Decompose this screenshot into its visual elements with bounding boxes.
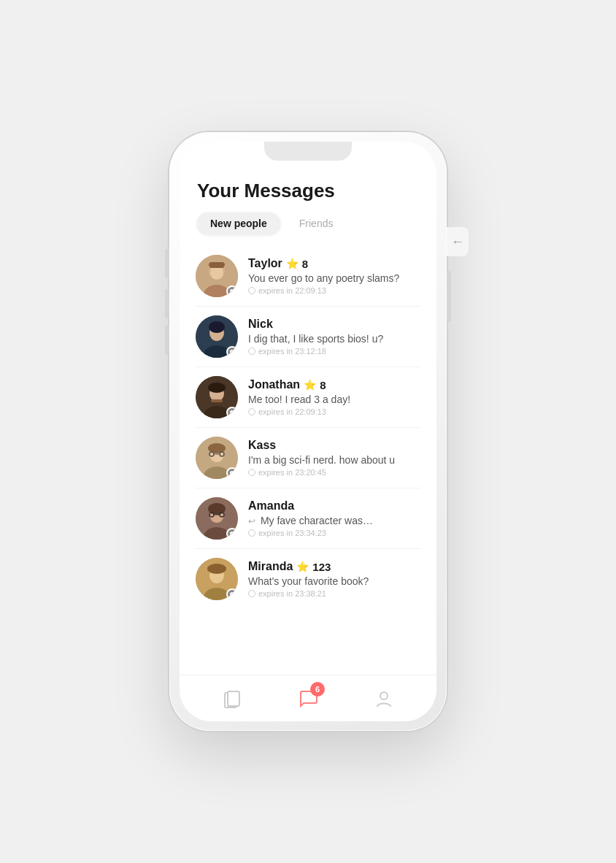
avatar-clock-kass bbox=[226, 467, 238, 479]
clock-icon bbox=[248, 348, 255, 355]
message-name-amanda: Amanda bbox=[248, 499, 294, 513]
message-expires-miranda: expires in 23:38:21 bbox=[248, 589, 420, 598]
notch bbox=[264, 142, 352, 161]
message-name-nick: Nick bbox=[248, 318, 273, 331]
message-expires-taylor: expires in 22:09:13 bbox=[248, 286, 420, 295]
star-icon-miranda: ⭐ bbox=[296, 561, 309, 572]
message-body-miranda: Miranda ⭐ 123 What's your favorite book?… bbox=[248, 560, 420, 598]
avatar-clock-amanda bbox=[226, 528, 238, 540]
clock-icon bbox=[248, 469, 255, 476]
avatar bbox=[196, 437, 238, 479]
message-body-taylor: Taylor ⭐ 8 You ever go to any poetry sla… bbox=[248, 257, 420, 295]
tab-friends[interactable]: Friends bbox=[286, 212, 347, 234]
page-title: Your Messages bbox=[197, 180, 419, 202]
nav-item-messages[interactable]: 6 bbox=[290, 680, 326, 717]
tabs: New people Friends bbox=[197, 212, 419, 234]
star-icon-taylor: ⭐ bbox=[286, 258, 299, 269]
svg-point-14 bbox=[208, 383, 226, 393]
clock-icon bbox=[248, 590, 255, 597]
cards-icon bbox=[223, 689, 242, 708]
message-expires-amanda: expires in 23:34:23 bbox=[248, 529, 420, 537]
message-name-miranda: Miranda bbox=[248, 560, 293, 573]
message-preview-nick: I dig that, I like sports bios! u? bbox=[248, 333, 420, 345]
avatar bbox=[196, 255, 238, 297]
message-body-kass: Kass I'm a big sci-fi nerd. how about u … bbox=[248, 439, 420, 477]
svg-point-10 bbox=[209, 321, 225, 333]
message-expires-kass: expires in 23:20:45 bbox=[248, 468, 420, 477]
message-preview-kass: I'm a big sci-fi nerd. how about u bbox=[248, 454, 420, 466]
screen-content: Your Messages New people Friends bbox=[180, 142, 436, 721]
avatar-clock-miranda bbox=[226, 588, 238, 600]
message-preview-amanda: ↩ My fave character was… bbox=[248, 515, 420, 526]
clock-icon bbox=[248, 529, 255, 537]
nav-item-cards[interactable] bbox=[214, 680, 250, 717]
tab-new-people[interactable]: New people bbox=[197, 212, 280, 234]
message-preview-miranda: What's your favorite book? bbox=[248, 575, 420, 587]
avatar bbox=[196, 376, 238, 418]
message-expires-nick: expires in 23:12:18 bbox=[248, 347, 420, 356]
nav-badge-messages: 6 bbox=[310, 682, 325, 697]
message-body-nick: Nick I dig that, I like sports bios! u? … bbox=[248, 318, 420, 356]
back-arrow-icon: ← bbox=[451, 234, 464, 250]
list-item[interactable]: Jonathan ⭐ 8 Me too! I read 3 a day! exp… bbox=[185, 367, 431, 427]
svg-rect-4 bbox=[209, 262, 225, 268]
reply-icon: ↩ bbox=[248, 516, 255, 526]
header: Your Messages New people Friends bbox=[180, 168, 436, 246]
avatar bbox=[196, 497, 238, 540]
message-body-amanda: Amanda ↩ My fave character was… expires … bbox=[248, 499, 420, 537]
nav-item-profile[interactable] bbox=[366, 680, 402, 717]
message-preview-taylor: You ever go to any poetry slams? bbox=[248, 272, 420, 284]
svg-point-36 bbox=[380, 692, 388, 699]
message-score-miranda: 123 bbox=[312, 561, 331, 573]
message-expires-jonathan: expires in 22:09:13 bbox=[248, 407, 420, 416]
list-item[interactable]: Kass I'm a big sci-fi nerd. how about u … bbox=[185, 428, 431, 488]
message-name-jonathan: Jonathan bbox=[248, 378, 300, 391]
phone-screen: Your Messages New people Friends bbox=[180, 142, 436, 721]
list-item[interactable]: Nick I dig that, I like sports bios! u? … bbox=[185, 307, 431, 367]
avatar-clock-jonathan bbox=[226, 407, 238, 418]
profile-icon bbox=[374, 689, 393, 708]
list-item[interactable]: Amanda ↩ My fave character was… expires … bbox=[185, 488, 431, 548]
avatar-clock-taylor bbox=[226, 285, 238, 297]
phone-outer: Your Messages New people Friends bbox=[169, 132, 447, 731]
clock-icon bbox=[248, 287, 255, 294]
message-name-taylor: Taylor bbox=[248, 257, 282, 270]
svg-rect-15 bbox=[211, 399, 223, 402]
list-item[interactable]: Miranda ⭐ 123 What's your favorite book?… bbox=[185, 549, 431, 609]
avatar-clock-nick bbox=[226, 346, 238, 358]
phone-wrapper: Your Messages New people Friends bbox=[155, 118, 461, 745]
avatar bbox=[196, 558, 238, 600]
message-name-kass: Kass bbox=[248, 439, 276, 452]
svg-point-33 bbox=[207, 564, 226, 574]
avatar bbox=[196, 315, 238, 358]
svg-rect-35 bbox=[228, 691, 239, 706]
message-body-jonathan: Jonathan ⭐ 8 Me too! I read 3 a day! exp… bbox=[248, 378, 420, 416]
message-score-jonathan: 8 bbox=[320, 379, 326, 391]
list-item[interactable]: Taylor ⭐ 8 You ever go to any poetry sla… bbox=[185, 246, 431, 306]
bottom-nav: 6 bbox=[180, 675, 436, 721]
message-score-taylor: 8 bbox=[302, 258, 308, 270]
messages-list[interactable]: Taylor ⭐ 8 You ever go to any poetry sla… bbox=[180, 246, 436, 675]
back-area: ← bbox=[447, 227, 469, 256]
message-preview-jonathan: Me too! I read 3 a day! bbox=[248, 394, 420, 405]
star-icon-jonathan: ⭐ bbox=[304, 379, 316, 391]
clock-icon bbox=[248, 408, 255, 415]
